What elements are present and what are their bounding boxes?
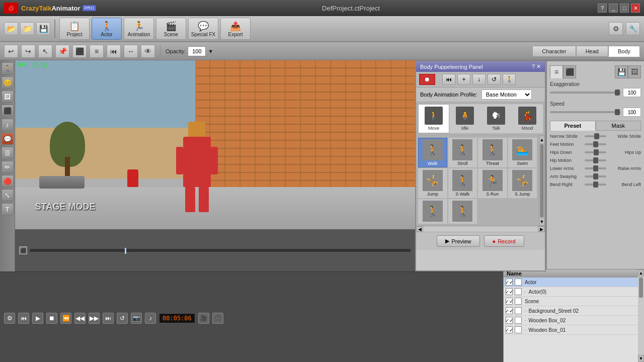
close-button[interactable]: ✕ [631, 4, 640, 13]
scroll-right-btn[interactable]: ▶ [538, 226, 545, 232]
scrollbar-thumb[interactable] [540, 144, 543, 217]
anim-threat[interactable]: 🚶 Threat [478, 138, 507, 167]
motion-tool[interactable]: ↔ [124, 45, 138, 58]
preset-slider-0[interactable] [585, 135, 606, 137]
anim-extra1[interactable]: 🚶 [418, 199, 447, 224]
bpp-add-btn[interactable]: + [457, 74, 470, 85]
undo-button[interactable]: ↩ [4, 45, 18, 58]
anim-swalk[interactable]: 🚶 S Walk [448, 168, 477, 198]
layers-sidebar-icon[interactable]: ⬛ [2, 105, 14, 117]
exaggeration-slider-thumb[interactable] [615, 89, 620, 96]
portrait-sidebar-icon[interactable]: 🖼 [2, 90, 14, 103]
animation-tab[interactable]: 🏃 Animation [124, 18, 154, 40]
rp-image-btn[interactable]: 🖼 [628, 65, 641, 78]
preset-thumb-5[interactable] [593, 173, 598, 179]
preset-slider-5[interactable] [585, 175, 606, 177]
settings-icon[interactable]: ⚙ [609, 22, 623, 35]
transport-loop[interactable]: ↺ [117, 313, 128, 324]
scene-lock-check[interactable] [515, 317, 522, 324]
bpp-first-frame[interactable]: ⏮ [442, 74, 455, 85]
transport-camera[interactable]: 📷 [131, 313, 142, 324]
preset-thumb-3[interactable] [593, 157, 598, 163]
transport-audio[interactable]: ♪ [145, 313, 156, 324]
head-tab[interactable]: Head [576, 46, 608, 57]
color-sidebar-icon[interactable]: 🔴 [2, 175, 14, 187]
anim-stroll[interactable]: 🚶 Stroll [448, 138, 477, 167]
actor-sidebar-icon[interactable]: 🚶 [2, 62, 14, 74]
transport-rewind[interactable]: ⏮ [18, 313, 29, 324]
bpp-reset-btn[interactable]: ↺ [488, 74, 501, 85]
motion-tab-mood[interactable]: 💃 Mood [512, 104, 543, 133]
character-figure[interactable] [183, 122, 211, 187]
select-tool[interactable]: ↖ [38, 45, 52, 58]
preset-slider-4[interactable] [585, 167, 606, 169]
visibility-tool[interactable]: 👁 [141, 45, 155, 58]
scene-list-item[interactable]: ✓ ··· Wooden Box_02 [504, 316, 644, 325]
help-button[interactable]: ? [598, 4, 607, 13]
preset-tab[interactable]: Preset [550, 121, 596, 131]
scene-lock-check[interactable] [515, 288, 522, 295]
scene-scroll-down[interactable]: ▼ [638, 355, 644, 362]
scroll-down-btn[interactable]: ▼ [539, 218, 544, 225]
anim-jump[interactable]: 🤸 Jump [418, 168, 447, 198]
preset-slider-2[interactable] [585, 151, 606, 153]
preset-thumb-4[interactable] [593, 165, 598, 171]
scene-list-item[interactable]: ✓ Actor [504, 278, 644, 287]
timeline-track[interactable] [29, 248, 411, 252]
speech-sidebar-icon[interactable]: 💬 [2, 133, 14, 145]
scene-scroll-track[interactable] [638, 277, 644, 355]
bone-tool[interactable]: ≡ [90, 45, 104, 58]
rp-tab-motion[interactable]: ≡ [550, 65, 563, 78]
transport-play[interactable]: ▶ [32, 313, 43, 324]
move-sidebar-icon[interactable]: ⤡ [2, 189, 14, 201]
bpp-down-btn[interactable]: ↓ [472, 74, 486, 85]
scene-list-scrollbar[interactable]: ▲ ▼ [638, 269, 644, 362]
body-tab[interactable]: Body [608, 46, 640, 57]
motion-tab-idle[interactable]: 🧍 Idle [449, 104, 480, 133]
transport-headphones[interactable]: 🎧 [212, 313, 223, 324]
motion-tab-talk[interactable]: 🗣 Talk [480, 104, 512, 133]
bpp-walk-btn[interactable]: 🚶 [503, 74, 516, 85]
draw-sidebar-icon[interactable]: ✏ [2, 161, 14, 173]
marker-icon[interactable]: ⬛ [19, 246, 27, 254]
bpp-profile-select[interactable]: Base Motion [481, 89, 532, 100]
restore-button[interactable]: □ [620, 4, 629, 13]
scene-visibility-check[interactable]: ✓ [506, 288, 513, 295]
character-tab[interactable]: Character [532, 46, 576, 57]
anim-walk[interactable]: 🚶 Walk [418, 138, 447, 167]
transport-fast-back[interactable]: ◀◀ [74, 313, 86, 324]
scene-lock-check[interactable] [515, 326, 522, 333]
music-sidebar-icon[interactable]: ♪ [2, 119, 14, 131]
list-sidebar-icon[interactable]: ☰ [2, 147, 14, 159]
rp-tab-layer[interactable]: ⬛ [563, 65, 576, 78]
transport-settings[interactable]: ⚙ [4, 313, 15, 324]
export-tab[interactable]: 📤 Export [220, 18, 251, 40]
specialfx-tab[interactable]: 💬 Special FX [188, 18, 218, 40]
scene-visibility-check[interactable]: ✓ [506, 326, 513, 333]
rp-save-btn[interactable]: 💾 [615, 65, 628, 78]
pin-tool[interactable]: 📌 [55, 45, 69, 58]
first-frame[interactable]: ⏮ [107, 45, 121, 58]
scene-lock-check[interactable] [515, 279, 522, 286]
scroll-left-btn[interactable]: ◀ [416, 226, 423, 232]
opacity-input[interactable] [188, 46, 206, 56]
anim-grid-scrollbar[interactable]: ▲ ▼ [539, 136, 545, 226]
actor-tab[interactable]: 🚶 Actor [92, 18, 122, 40]
bpp-close-btn[interactable]: ✕ [536, 63, 541, 70]
project-tab[interactable]: 📋 Project [59, 18, 90, 40]
anim-extra2[interactable]: 🚶 [448, 199, 477, 224]
redo-button[interactable]: ↪ [21, 45, 35, 58]
transport-last-frame[interactable]: ⏭ [103, 313, 114, 324]
scene-scroll-up[interactable]: ▲ [638, 269, 644, 277]
transport-stop[interactable]: ⏹ [46, 313, 57, 324]
scene-list-item[interactable]: ✓ ··· Background_Street 02 [504, 306, 644, 316]
scene-visibility-check[interactable]: ✓ [506, 317, 513, 324]
preset-thumb-0[interactable] [594, 133, 599, 139]
open-icon[interactable]: 📂 [4, 22, 18, 35]
text-sidebar-icon[interactable]: T [2, 203, 14, 215]
mask-tab[interactable]: Mask [596, 121, 641, 131]
exaggeration-value[interactable]: 100 [623, 88, 641, 97]
extra-icon[interactable]: 🔧 [626, 22, 640, 35]
transport-fast-fwd[interactable]: ▶▶ [89, 313, 100, 324]
transform-tool[interactable]: ⬛ [72, 45, 87, 58]
